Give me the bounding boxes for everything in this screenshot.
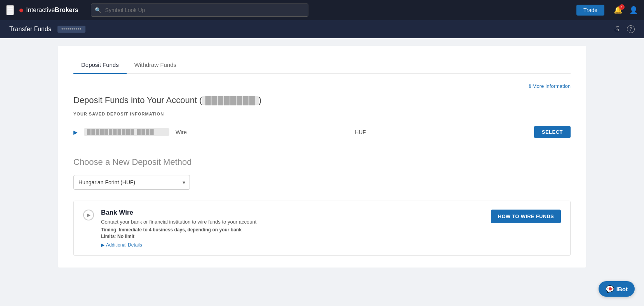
- saved-method: Wire: [176, 129, 348, 135]
- additional-details-label: Additional Details: [106, 242, 142, 248]
- info-icon: ℹ: [529, 83, 531, 89]
- more-info-row: ℹ More Information: [73, 83, 571, 89]
- bank-wire-timing: Timing: Immediate to 4 business days, de…: [101, 227, 484, 233]
- ibot-button[interactable]: 💬 IBot: [599, 281, 635, 297]
- search-input[interactable]: [91, 3, 308, 17]
- trade-button[interactable]: Trade: [576, 5, 604, 16]
- bank-wire-description: Contact your bank or financial instituti…: [101, 219, 484, 225]
- sub-navigation: Transfer Funds •••••••••• 🖨 ?: [0, 20, 644, 38]
- bank-wire-card: ▶ Bank Wire Contact your bank or financi…: [73, 201, 571, 256]
- saved-deposits-label: YOUR SAVED DEPOSIT INFORMATION: [73, 112, 571, 116]
- timing-value: Immediate to 4 business days, depending …: [119, 227, 242, 233]
- saved-account-name: ███████████ ████: [84, 128, 169, 136]
- saved-deposit-row: ▶ ███████████ ████ Wire HUF SELECT: [73, 121, 571, 143]
- content-card: Deposit Funds Withdraw Funds ℹ More Info…: [58, 46, 586, 268]
- saved-currency: HUF: [355, 129, 527, 135]
- additional-details-arrow-icon: ▶: [101, 242, 104, 248]
- deposit-title-suffix: ): [259, 95, 261, 105]
- user-menu-button[interactable]: 👤: [629, 6, 638, 14]
- bank-wire-limits: Limits: No limit: [101, 234, 484, 239]
- logo-bold: Brokers: [55, 7, 78, 13]
- notification-badge: 1: [619, 4, 625, 10]
- help-icon[interactable]: ?: [627, 25, 635, 33]
- limits-value: No limit: [117, 234, 134, 239]
- notifications-button[interactable]: 🔔 1: [614, 6, 622, 14]
- new-deposit-title: Choose a New Deposit Method: [73, 157, 571, 167]
- ibot-label: IBot: [616, 286, 628, 292]
- logo-text: InteractiveBrokers: [26, 7, 78, 14]
- more-info-label: More Information: [533, 83, 571, 89]
- deposit-title-prefix: Deposit Funds into Your Account (: [73, 95, 202, 105]
- more-info-link[interactable]: ℹ More Information: [529, 83, 571, 89]
- logo-icon: ●: [19, 5, 24, 15]
- limits-label: Limits: [101, 234, 115, 239]
- deposit-section-title: Deposit Funds into Your Account (███████…: [73, 95, 571, 105]
- search-icon: 🔍: [95, 7, 101, 13]
- currency-select[interactable]: Hungarian Forint (HUF) US Dollar (USD) E…: [73, 175, 190, 190]
- tab-deposit-funds[interactable]: Deposit Funds: [73, 58, 127, 74]
- symbol-search: 🔍: [91, 3, 308, 17]
- top-navigation: ☰ ● InteractiveBrokers 🔍 Trade 🔔 1 👤: [0, 0, 644, 20]
- account-mask: ••••••••••: [57, 26, 85, 33]
- bank-wire-expand-icon[interactable]: ▶: [83, 210, 94, 220]
- currency-select-wrapper: Hungarian Forint (HUF) US Dollar (USD) E…: [73, 175, 190, 190]
- how-to-wire-funds-button[interactable]: HOW TO WIRE FUNDS: [491, 210, 561, 223]
- additional-details-toggle[interactable]: ▶ Additional Details: [101, 242, 484, 248]
- select-saved-button[interactable]: SELECT: [534, 126, 571, 138]
- logo[interactable]: ● InteractiveBrokers: [19, 5, 78, 15]
- ibot-icon-wrapper: 💬: [606, 285, 613, 293]
- page-title: Transfer Funds: [9, 26, 51, 33]
- tab-bar: Deposit Funds Withdraw Funds: [73, 58, 571, 74]
- bank-wire-content: Bank Wire Contact your bank or financial…: [101, 209, 484, 248]
- tab-withdraw-funds[interactable]: Withdraw Funds: [127, 58, 184, 74]
- bank-wire-title: Bank Wire: [101, 209, 484, 217]
- ibot-dot: [609, 287, 612, 290]
- main-content: Deposit Funds Withdraw Funds ℹ More Info…: [0, 38, 644, 306]
- saved-row-chevron[interactable]: ▶: [73, 129, 78, 135]
- sub-nav-icons: 🖨 ?: [614, 25, 635, 33]
- print-icon[interactable]: 🖨: [614, 25, 620, 33]
- hamburger-menu[interactable]: ☰: [6, 5, 14, 15]
- timing-label: Timing: [101, 227, 116, 233]
- nav-icons: 🔔 1 👤: [614, 6, 638, 14]
- account-id: ████████: [202, 96, 258, 105]
